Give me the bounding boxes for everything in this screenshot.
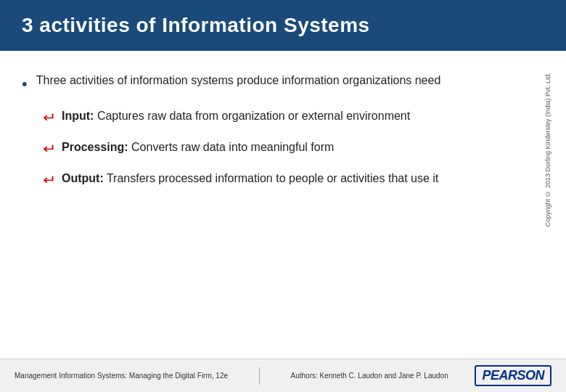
footer-divider [259, 367, 260, 385]
arrow-text-input: Input: Captures raw data from organizati… [62, 108, 410, 124]
footer-right: PEARSON [475, 365, 551, 386]
arrow-icon-2: ↵ [43, 141, 56, 158]
arrow-body-processing: Converts raw data into meaningful form [131, 141, 334, 153]
main-content: • Three activities of information system… [22, 73, 541, 344]
arrow-icon-3: ↵ [43, 172, 56, 189]
copyright-text: Copyright © 2013 Dorling Kindersley (Ind… [541, 73, 551, 234]
pearson-logo: PEARSON [475, 365, 551, 386]
arrow-body-input: Captures raw data from organization or e… [97, 110, 410, 122]
arrow-item-output: ↵ Output: Transfers processed informatio… [22, 171, 541, 189]
bullet-item: • Three activities of information system… [22, 73, 541, 95]
content-area: • Three activities of information system… [0, 51, 566, 359]
footer-course-title: Management Information Systems: Managing… [15, 372, 228, 380]
arrow-icon-1: ↵ [43, 110, 56, 126]
header: 3 activities of Information Systems [0, 0, 566, 51]
arrow-item-processing: ↵ Processing: Converts raw data into mea… [22, 139, 541, 158]
footer-authors: Authors: Kenneth C. Laudon and Jane P. L… [291, 372, 448, 380]
arrow-text-output: Output: Transfers processed information … [62, 171, 438, 187]
arrow-body-output: Transfers processed information to peopl… [107, 172, 438, 184]
arrow-text-processing: Processing: Converts raw data into meani… [62, 139, 334, 155]
slide-container: 3 activities of Information Systems • Th… [0, 0, 566, 392]
bullet-icon: • [22, 74, 28, 95]
bullet-text: Three activities of information systems … [36, 73, 441, 89]
footer: Management Information Systems: Managing… [0, 359, 566, 392]
slide-title: 3 activities of Information Systems [22, 14, 370, 37]
arrow-item-input: ↵ Input: Captures raw data from organiza… [22, 108, 541, 126]
